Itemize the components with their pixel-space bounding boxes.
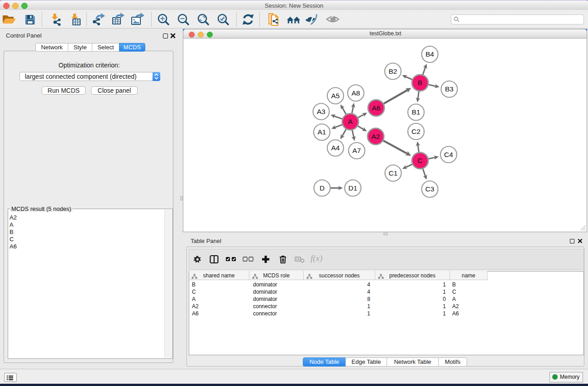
svg-text:B2: B2 — [389, 67, 397, 75]
svg-text:A6: A6 — [372, 104, 381, 112]
svg-text:D: D — [320, 184, 325, 192]
svg-text:A5: A5 — [331, 92, 340, 100]
svg-text:D1: D1 — [349, 184, 358, 192]
svg-text:A4: A4 — [331, 144, 340, 152]
svg-text:B1: B1 — [412, 108, 421, 116]
svg-text:A2: A2 — [372, 133, 380, 140]
svg-text:A7: A7 — [353, 147, 361, 154]
svg-text:C4: C4 — [444, 151, 453, 158]
svg-text:B4: B4 — [425, 50, 434, 58]
svg-text:C1: C1 — [389, 169, 398, 177]
svg-text:C: C — [417, 157, 422, 164]
svg-text:B: B — [418, 79, 422, 86]
svg-text:A8: A8 — [352, 89, 360, 97]
svg-text:A1: A1 — [318, 128, 326, 136]
svg-text:C2: C2 — [411, 128, 421, 135]
svg-text:A: A — [348, 118, 353, 125]
svg-text:B3: B3 — [445, 85, 454, 93]
svg-text:A3: A3 — [317, 108, 325, 115]
svg-text:C3: C3 — [425, 185, 435, 193]
